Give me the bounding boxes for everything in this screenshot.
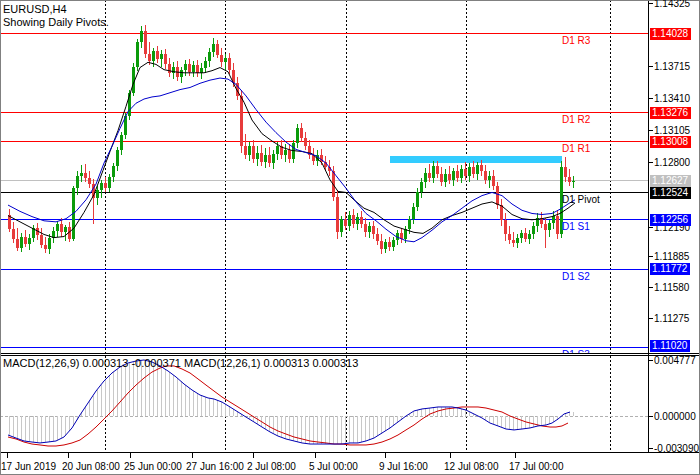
time-axis-label: 9 Jul 16:00 — [379, 461, 428, 472]
price-axis-label: 1.14325 — [654, 0, 690, 9]
time-axis-label: 25 Jun 00:00 — [124, 461, 182, 472]
price-badge: 1.12256 — [650, 214, 691, 226]
macd-indicator-label: MACD(12,26,9) 0.000313 -0.000371 MACD(12… — [3, 357, 358, 370]
price-badge: 1.12627 — [650, 175, 691, 187]
time-axis-label: 17 Jul 00:00 — [509, 461, 564, 472]
pivot-line-label: D1 S1 — [562, 222, 590, 232]
price-badge: 1.11772 — [650, 263, 690, 275]
chart-window: D1 R3D1 R2D1 R1D1 PivotD1 S1D1 S2D1 S3 E… — [0, 0, 700, 475]
pivot-line-label: D1 R2 — [562, 115, 590, 125]
price-badge: 1.14028 — [650, 28, 691, 40]
price-badge: 1.12524 — [650, 187, 691, 199]
macd-axis-label: 0.000000 — [654, 411, 696, 422]
pivot-line-label: D1 Pivot — [562, 195, 600, 205]
time-axis-label: 12 Jul 08:00 — [444, 461, 499, 472]
pivot-line-label: D1 S2 — [562, 272, 590, 282]
pivot-line-label: D1 S3 — [562, 350, 590, 353]
price-axis-label: 1.13715 — [654, 61, 690, 72]
price-axis-label: 1.11275 — [654, 313, 689, 324]
price-badge: 1.13008 — [650, 136, 691, 148]
price-axis-label: 1.13410 — [654, 93, 690, 104]
chart-subtitle: Showing Daily Pivots. — [3, 16, 109, 29]
time-axis-label: 2 Jul 08:00 — [247, 461, 296, 472]
price-badge: 1.11020 — [650, 340, 690, 352]
main-pane-label-layer: D1 R3D1 R2D1 R1D1 PivotD1 S1D1 S2D1 S3 — [0, 0, 648, 353]
price-axis-label: 1.12800 — [654, 157, 690, 168]
time-axis-label: 17 Jun 2019 — [1, 461, 56, 472]
pivot-line-label: D1 R3 — [562, 36, 590, 46]
symbol-title: EURUSD,H4 — [3, 3, 67, 16]
price-badge: 1.13276 — [650, 107, 691, 119]
price-axis-label: 1.13105 — [654, 125, 690, 136]
price-axis-label: 1.11885 — [654, 251, 689, 262]
pivot-line-label: D1 R1 — [562, 144, 590, 154]
macd-axis-label: 0.004777 — [654, 355, 696, 366]
time-axis-label: 5 Jul 00:00 — [309, 461, 358, 472]
time-axis-label: 20 Jun 08:00 — [62, 461, 120, 472]
macd-axis-label: -0.003090 — [654, 443, 699, 454]
price-axis-label: 1.11580 — [654, 282, 689, 293]
time-axis-label: 27 Jun 16:00 — [186, 461, 244, 472]
